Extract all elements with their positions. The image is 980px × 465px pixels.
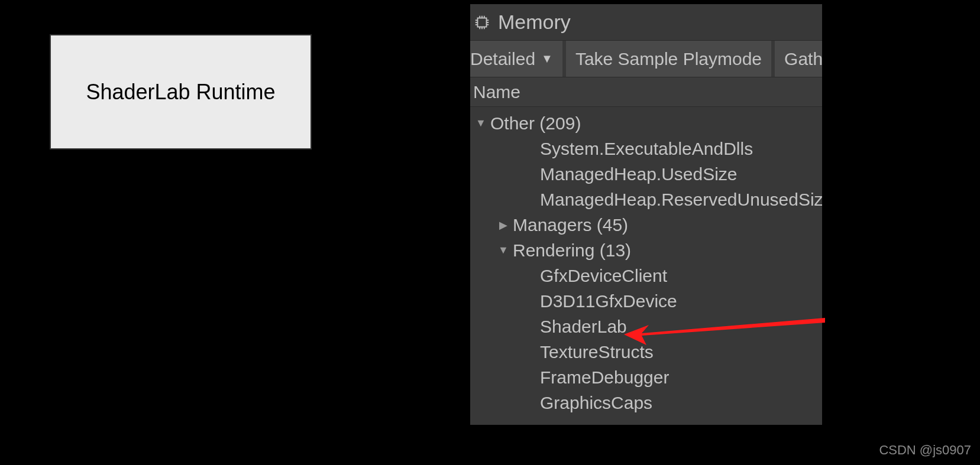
chevron-down-icon: ▼ (541, 52, 553, 66)
tree-node-label: Rendering (13) (513, 240, 631, 261)
memory-profiler-panel: Memory Detailed ▼ Take Sample Playmode G… (470, 4, 822, 425)
tree-leaf[interactable]: ManagedHeap.UsedSize (470, 161, 822, 187)
profiler-header: Memory (470, 4, 822, 41)
foldout-collapsed-icon[interactable]: ▶ (497, 219, 509, 232)
memory-tree-view[interactable]: ▼ Other (209) System.ExecutableAndDlls M… (470, 107, 822, 415)
gather-button[interactable]: Gathe (775, 41, 822, 77)
detailed-dropdown[interactable]: Detailed ▼ (470, 41, 562, 77)
tree-leaf[interactable]: GraphicsCaps (470, 390, 822, 415)
tree-leaf-label: ManagedHeap.ReservedUnusedSize (540, 190, 822, 210)
tree-leaf[interactable]: ManagedHeap.ReservedUnusedSize (470, 187, 822, 212)
tree-leaf[interactable]: System.ExecutableAndDlls (470, 136, 822, 161)
tree-leaf[interactable]: TextureStructs (470, 339, 822, 365)
tree-leaf-label: ShaderLab (540, 317, 627, 337)
tree-leaf-label: FrameDebugger (540, 368, 669, 388)
watermark-text: CSDN @js0907 (879, 443, 971, 458)
name-column-header[interactable]: Name (470, 77, 822, 107)
memory-chip-icon (473, 14, 491, 31)
profiler-toolbar: Detailed ▼ Take Sample Playmode Gathe (470, 41, 822, 77)
detailed-label: Detailed (470, 49, 535, 69)
tree-leaf[interactable]: D3D11GfxDevice (470, 288, 822, 314)
tree-node-managers[interactable]: ▶ Managers (45) (470, 212, 822, 238)
tree-leaf-shaderlab[interactable]: ShaderLab (470, 314, 822, 339)
tree-node-other[interactable]: ▼ Other (209) (470, 110, 822, 136)
tree-leaf-label: ManagedHeap.UsedSize (540, 164, 738, 184)
tree-leaf-label: D3D11GfxDevice (540, 291, 677, 311)
tree-node-label: Managers (45) (513, 215, 628, 235)
tree-leaf-label: GfxDeviceClient (540, 266, 667, 286)
tree-leaf[interactable]: GfxDeviceClient (470, 263, 822, 288)
tree-leaf[interactable]: FrameDebugger (470, 365, 822, 390)
gather-label: Gathe (784, 49, 822, 69)
svg-rect-0 (478, 18, 487, 27)
shaderlab-runtime-box: ShaderLab Runtime (50, 34, 312, 149)
tree-leaf-label: System.ExecutableAndDlls (540, 139, 753, 159)
tree-node-rendering[interactable]: ▼ Rendering (13) (470, 238, 822, 263)
take-sample-label: Take Sample Playmode (575, 49, 762, 69)
foldout-expanded-icon[interactable]: ▼ (475, 117, 487, 129)
tree-leaf-label: GraphicsCaps (540, 393, 652, 413)
foldout-expanded-icon[interactable]: ▼ (497, 244, 509, 256)
name-column-label: Name (473, 82, 520, 102)
profiler-title: Memory (498, 11, 571, 34)
shaderlab-runtime-label: ShaderLab Runtime (86, 80, 275, 105)
take-sample-button[interactable]: Take Sample Playmode (566, 41, 771, 77)
tree-leaf-label: TextureStructs (540, 342, 654, 362)
tree-node-label: Other (209) (490, 113, 581, 134)
